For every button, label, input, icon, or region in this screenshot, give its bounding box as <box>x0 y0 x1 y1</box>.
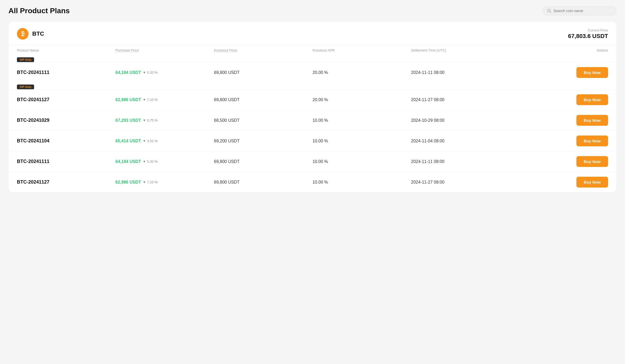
product-table: Product Name Purchase Price Knockout Pri… <box>8 45 617 192</box>
header-purchase-price: Purchase Price <box>115 48 214 52</box>
buy-now-button[interactable]: Buy Now <box>576 94 608 105</box>
actions-cell: Buy Now <box>534 94 608 105</box>
price-change: ▼ 0.75 % <box>143 118 158 122</box>
actions-cell: Buy Now <box>534 156 608 167</box>
knockout-price: 69,800 USDT <box>214 70 312 75</box>
knockout-apr: 20.00 % <box>312 70 411 75</box>
product-name: BTC-20241111 <box>17 70 115 75</box>
purchase-price-cell: 67,293 USDT ▼ 0.75 % <box>115 118 214 123</box>
current-price-block: Current Price 67,803.6 USDT <box>568 28 608 40</box>
search-box <box>543 6 617 15</box>
search-icon <box>547 9 551 13</box>
settlement-time: 2024-11-11 08:00 <box>411 70 534 75</box>
purchase-price-value: 64,184 USDT <box>115 70 141 75</box>
table-row: BTC-20241127 62,986 USDT ▼ 7.10 % 69,800… <box>8 89 617 110</box>
purchase-price-cell: 62,986 USDT ▼ 7.10 % <box>115 97 214 102</box>
actions-cell: Buy Now <box>534 177 608 188</box>
page-header: All Product Plans <box>8 6 617 15</box>
product-name: BTC-20241111 <box>17 159 115 164</box>
actions-cell: Buy Now <box>534 136 608 146</box>
product-name: BTC-20241104 <box>17 138 115 144</box>
header-knockout-apr: Knockout APR <box>312 48 411 52</box>
knockout-price: 69,800 USDT <box>214 180 312 185</box>
purchase-price-cell: 65,414 USDT ▼ 3.52 % <box>115 139 214 143</box>
buy-now-button[interactable]: Buy Now <box>576 156 608 167</box>
page-title: All Product Plans <box>8 7 70 15</box>
knockout-apr: 20.00 % <box>312 97 411 102</box>
actions-cell: Buy Now <box>534 115 608 126</box>
purchase-price-value: 64,184 USDT <box>115 159 141 164</box>
buy-now-button[interactable]: Buy Now <box>576 67 608 78</box>
table-row: BTC-20241111 64,184 USDT ▼ 5.33 % 69,800… <box>8 62 617 83</box>
purchase-price-cell: 64,184 USDT ▼ 5.33 % <box>115 70 214 75</box>
coin-name: BTC <box>32 30 44 37</box>
settlement-time: 2024-11-27 08:00 <box>411 97 534 102</box>
knockout-price: 69,200 USDT <box>214 139 312 143</box>
price-change: ▼ 7.10 % <box>143 180 158 184</box>
table-row: BTC-20241127 62,986 USDT ▼ 7.10 % 69,800… <box>8 172 617 192</box>
price-change: ▼ 7.10 % <box>143 98 158 102</box>
knockout-price: 69,800 USDT <box>214 97 312 102</box>
btc-icon: ₿ <box>17 28 29 40</box>
product-name: BTC-20241127 <box>17 97 115 102</box>
table-row: BTC-20241029 67,293 USDT ▼ 0.75 % 68,500… <box>8 110 617 130</box>
product-name: BTC-20241029 <box>17 118 115 123</box>
coin-header: ₿ BTC Current Price 67,803.6 USDT <box>8 22 617 45</box>
vip-badge-2: VIP Only <box>17 85 34 89</box>
knockout-apr: 10.00 % <box>312 139 411 143</box>
header-knockout-price: Knockout Price <box>214 48 312 52</box>
vip-section-2: VIP Only <box>8 83 617 89</box>
purchase-price-value: 65,414 USDT <box>115 139 141 143</box>
price-change: ▼ 3.52 % <box>143 139 158 143</box>
actions-cell: Buy Now <box>534 67 608 78</box>
product-name: BTC-20241127 <box>17 179 115 185</box>
settlement-time: 2024-11-04 08:00 <box>411 139 534 143</box>
purchase-price-value: 67,293 USDT <box>115 118 141 123</box>
search-input[interactable] <box>553 9 612 13</box>
current-price-label: Current Price <box>568 28 608 32</box>
settlement-time: 2024-10-29 08:00 <box>411 118 534 123</box>
table-header: Product Name Purchase Price Knockout Pri… <box>8 45 617 55</box>
table-row: BTC-20241111 64,184 USDT ▼ 5.33 % 69,800… <box>8 151 617 172</box>
knockout-price: 68,500 USDT <box>214 118 312 123</box>
table-row: BTC-20241104 65,414 USDT ▼ 3.52 % 69,200… <box>8 130 617 151</box>
purchase-price-value: 62,986 USDT <box>115 97 141 102</box>
knockout-apr: 10.00 % <box>312 118 411 123</box>
header-actions: Actions <box>534 48 608 52</box>
knockout-apr: 10.00 % <box>312 180 411 185</box>
buy-now-button[interactable]: Buy Now <box>576 115 608 126</box>
settlement-time: 2024-11-27 08:00 <box>411 180 534 185</box>
knockout-price: 69,800 USDT <box>214 159 312 164</box>
buy-now-button[interactable]: Buy Now <box>576 177 608 188</box>
price-change: ▼ 5.33 % <box>143 71 158 74</box>
vip-section-1: VIP Only <box>8 55 617 62</box>
svg-line-1 <box>550 12 551 13</box>
settlement-time: 2024-11-11 08:00 <box>411 159 534 164</box>
product-plans-card: ₿ BTC Current Price 67,803.6 USDT Produc… <box>8 22 617 192</box>
purchase-price-value: 62,986 USDT <box>115 180 141 185</box>
coin-info: ₿ BTC <box>17 28 44 40</box>
price-change: ▼ 5.33 % <box>143 160 158 164</box>
purchase-price-cell: 64,184 USDT ▼ 5.33 % <box>115 159 214 164</box>
knockout-apr: 10.00 % <box>312 159 411 164</box>
purchase-price-cell: 62,986 USDT ▼ 7.10 % <box>115 180 214 185</box>
header-product-name: Product Name <box>17 48 115 52</box>
buy-now-button[interactable]: Buy Now <box>576 136 608 146</box>
header-settlement-time: Settlement Time (UTC) <box>411 48 534 52</box>
vip-badge-1: VIP Only <box>17 57 34 62</box>
current-price-value: 67,803.6 USDT <box>568 33 608 40</box>
